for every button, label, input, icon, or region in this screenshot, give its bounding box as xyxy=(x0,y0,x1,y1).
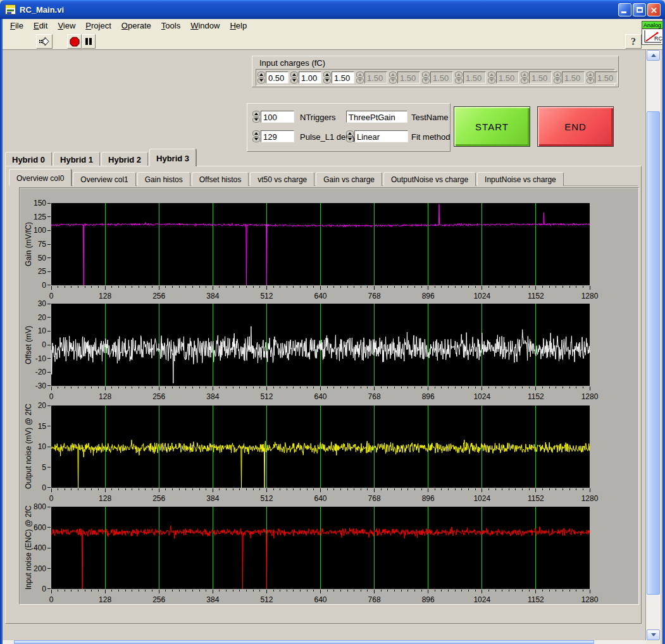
ntriggers-increment[interactable] xyxy=(252,111,260,117)
testname-field[interactable]: ThreePtGain xyxy=(346,111,407,123)
input-charge-9: 1.50 xyxy=(554,71,585,84)
x-tick-label: 384 xyxy=(197,292,228,300)
input-charge-0-field[interactable]: 0.50 xyxy=(266,71,289,84)
x-tick-label: 1152 xyxy=(520,595,552,604)
menu-item-window[interactable]: Window xyxy=(185,20,225,32)
menu-bar: FileEditViewProjectOperateToolsWindowHel… xyxy=(3,19,662,32)
tab-hybrid-1[interactable]: Hybrid 1 xyxy=(53,152,100,166)
start-button[interactable]: START xyxy=(454,106,530,147)
x-tick-label: 1024 xyxy=(466,595,498,604)
pulse-delay: 129 xyxy=(252,130,294,142)
x-tick-label: 384 xyxy=(197,392,228,401)
input-charge-2-decrement[interactable] xyxy=(323,78,331,84)
ntriggers: 100 xyxy=(252,111,294,123)
subtab-gain-vs-charge[interactable]: Gain vs charge xyxy=(316,172,382,186)
menu-item-tools[interactable]: Tools xyxy=(156,20,185,32)
y-tick-label: 15 xyxy=(21,422,46,431)
vertical-scrollbar[interactable] xyxy=(646,50,661,640)
input-charge-2-increment[interactable] xyxy=(323,71,331,78)
horizontal-scrollbar[interactable] xyxy=(3,640,646,644)
fit-method-field[interactable]: Linear xyxy=(354,130,408,142)
y-tick-label: 10 xyxy=(21,442,46,451)
input-charge-7: 1.50 xyxy=(488,71,519,84)
y-tick-label: 0 xyxy=(21,340,46,349)
input-charge-10-decrement xyxy=(587,78,594,84)
x-tick-label: 0 xyxy=(35,494,67,503)
scrollbar-thumb[interactable] xyxy=(647,111,660,595)
subtab-overview-col1[interactable]: Overview col1 xyxy=(73,172,135,186)
ntriggers-field[interactable]: 100 xyxy=(261,111,294,123)
scrollbar-up-button[interactable] xyxy=(647,50,660,61)
run-button[interactable] xyxy=(36,34,53,49)
tab-hybrid-3[interactable]: Hybrid 3 xyxy=(149,149,196,166)
x-tick-label: 256 xyxy=(143,595,175,604)
menu-item-help[interactable]: Help xyxy=(225,20,252,32)
input-charge-9-increment xyxy=(554,71,561,78)
x-tick-label: 768 xyxy=(359,494,390,503)
window-title: RC_Main.vi xyxy=(20,5,64,15)
input-charge-1-field[interactable]: 1.00 xyxy=(299,71,321,84)
menu-item-file[interactable]: File xyxy=(5,20,28,32)
close-button[interactable]: ✕ xyxy=(647,3,661,16)
input-charges-row: 0.501.001.501.501.501.501.501.501.501.50… xyxy=(256,69,615,86)
fit-method-decrement[interactable] xyxy=(346,137,354,143)
x-tick-label: 640 xyxy=(305,595,337,604)
menu-item-view[interactable]: View xyxy=(53,20,80,32)
stop-icon xyxy=(70,37,80,47)
pulse-delay-decrement[interactable] xyxy=(252,137,260,143)
maximize-button[interactable] xyxy=(633,3,646,16)
x-tick-label: 768 xyxy=(359,392,390,401)
y-tick-label: 20 xyxy=(21,313,46,322)
scrollbar-down-button[interactable] xyxy=(647,629,660,640)
x-tick-label: 128 xyxy=(89,392,121,401)
subtab-vt50-vs-charge[interactable]: vt50 vs charge xyxy=(250,172,314,186)
end-button[interactable]: END xyxy=(537,106,614,147)
y-tick-label: 800 xyxy=(21,502,46,511)
subtab-offset-histos[interactable]: Offset histos xyxy=(192,172,249,186)
y-tick-label: 10 xyxy=(21,326,46,335)
titlebar: RC_Main.vi ✕ xyxy=(0,0,665,19)
y-tick-label: 400 xyxy=(21,543,46,552)
x-tick-label: 1024 xyxy=(466,292,498,300)
x-tick-label: 0 xyxy=(35,392,67,401)
subtab-gain-histos[interactable]: Gain histos xyxy=(137,172,190,186)
x-tick-label: 384 xyxy=(197,494,228,503)
input-charge-2-field[interactable]: 1.50 xyxy=(332,71,354,84)
menu-item-edit[interactable]: Edit xyxy=(28,20,53,32)
x-tick-label: 256 xyxy=(143,494,175,503)
x-tick-label: 640 xyxy=(305,494,337,503)
minimize-button[interactable] xyxy=(618,3,631,16)
pulse-delay-field[interactable]: 129 xyxy=(261,130,294,142)
horizontal-scrollbar-thumb[interactable] xyxy=(14,640,594,644)
x-tick-label: 256 xyxy=(143,292,175,300)
y-tick-label: 75 xyxy=(21,240,46,249)
input-charge-0: 0.50 xyxy=(258,71,289,84)
input-charge-5-field: 1.50 xyxy=(430,71,453,84)
input-charge-0-increment[interactable] xyxy=(258,71,265,78)
subtab-inputnoise-vs-charge[interactable]: InputNoise vs charge xyxy=(477,172,564,186)
help-button[interactable]: ? xyxy=(625,34,642,49)
subtab-overview-col0[interactable]: Overview col0 xyxy=(9,169,71,186)
x-tick-label: 1024 xyxy=(466,494,498,503)
y-tick-label: 150 xyxy=(21,199,46,207)
menu-item-project[interactable]: Project xyxy=(80,20,116,32)
subtab-outputnoise-vs-charge[interactable]: OutputNoise vs charge xyxy=(383,172,476,186)
input-charge-0-decrement[interactable] xyxy=(258,78,265,84)
fit-method-increment[interactable] xyxy=(346,130,354,137)
tab-hybrid-2[interactable]: Hybrid 2 xyxy=(101,152,148,166)
input-charge-7-field: 1.50 xyxy=(496,71,519,84)
y-tick-label: 50 xyxy=(21,254,46,263)
ntriggers-decrement[interactable] xyxy=(252,117,260,123)
run-arrow-icon xyxy=(39,37,50,46)
input-charge-6-increment xyxy=(455,71,463,78)
input-charge-1-increment[interactable] xyxy=(290,71,298,78)
pause-button[interactable] xyxy=(82,34,96,49)
stop-button[interactable] xyxy=(67,34,82,49)
menu-item-operate[interactable]: Operate xyxy=(116,20,156,32)
y-tick-label: 5 xyxy=(21,463,46,472)
input-charge-1-decrement[interactable] xyxy=(290,78,298,84)
y-tick-label: 20 xyxy=(21,401,46,410)
pulse-delay-increment[interactable] xyxy=(252,130,260,137)
tab-hybrid-0[interactable]: Hybrid 0 xyxy=(5,152,52,166)
y-tick-label: 200 xyxy=(21,564,46,573)
